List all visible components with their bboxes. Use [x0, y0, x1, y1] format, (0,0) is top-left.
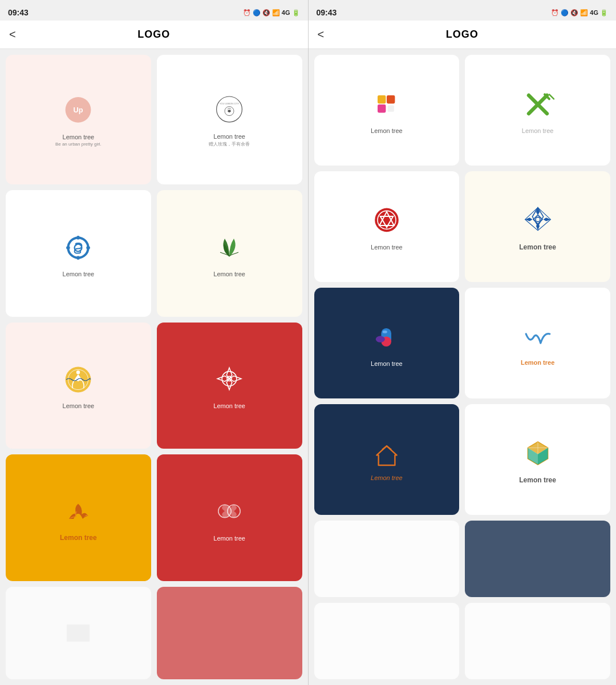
leaf-green-icon	[211, 229, 248, 266]
time-right: 09:43	[317, 8, 337, 17]
partial-icon-1	[67, 624, 90, 642]
check-blue-icon	[520, 320, 556, 357]
alarm-icon-r: ⏰	[551, 9, 559, 17]
card-diamond-red-title: Lemon tree	[213, 402, 245, 409]
svg-text:YOU LEMON CITY: YOU LEMON CITY	[220, 102, 240, 105]
mute-icon: 🔇	[262, 9, 270, 17]
card-up-lemon[interactable]: Up Lemon tree Be an urban pretty girl.	[6, 55, 151, 184]
status-bar-left: 09:43 ⏰ 🔵 🔇 📶 4G 🔋	[0, 0, 308, 21]
capsule-colorful-icon	[368, 319, 405, 356]
nav-bar-right: < LOGO	[309, 21, 617, 49]
svg-point-37	[536, 217, 540, 221]
svg-marker-36	[533, 215, 542, 224]
wifi-icon: 📶	[272, 9, 280, 17]
card-house-navy[interactable]: Lemon tree	[314, 404, 460, 515]
logo-grid-right: Lemon tree Lemon tree Lemon tree	[309, 49, 617, 685]
battery-icon-r: 🔋	[600, 9, 608, 17]
svg-rect-10	[87, 246, 90, 249]
back-button-right[interactable]: <	[318, 28, 325, 41]
card-green-x[interactable]: Lemon tree	[465, 55, 610, 166]
card-gear-lemon[interactable]: Lemon tree	[6, 190, 151, 317]
gem-yellow-icon	[520, 435, 556, 472]
card-rose-title: Lemon tree	[213, 133, 245, 140]
svg-rect-8	[77, 256, 80, 259]
card-bird-title: Lemon tree	[60, 534, 97, 542]
card-capsule-navy[interactable]: Lemon tree	[314, 288, 460, 398]
diamond-compass-blue-icon	[520, 202, 556, 239]
nav-title-left: LOGO	[137, 29, 170, 41]
card-infinity-red[interactable]: Lemon tree	[157, 454, 302, 581]
card-gem-white[interactable]: Lemon tree	[465, 404, 610, 515]
card-house-title: Lemon tree	[371, 474, 403, 481]
gear-blue-icon	[60, 229, 96, 266]
runner-circle-icon	[60, 361, 96, 398]
nav-title-right: LOGO	[446, 29, 479, 41]
up-circle-icon: Up	[60, 92, 96, 129]
card-up-title: Lemon tree	[63, 134, 95, 140]
card-partial-left2[interactable]	[157, 587, 302, 679]
alarm-icon: ⏰	[243, 9, 251, 17]
card-partial-left1[interactable]	[6, 587, 151, 679]
battery-icon: 🔋	[292, 9, 300, 17]
card-diamond-red[interactable]: Lemon tree	[157, 323, 302, 449]
signal-icon: 4G	[282, 9, 290, 16]
card-partial-right3[interactable]	[314, 603, 460, 679]
colorful-c-icon	[368, 86, 405, 123]
svg-rect-9	[67, 246, 70, 249]
card-runner-lemon[interactable]: Lemon tree	[6, 323, 151, 449]
svg-point-5	[68, 237, 88, 257]
card-runner-title: Lemon tree	[63, 402, 95, 409]
diamond-compass-white-icon	[211, 361, 248, 398]
house-orange-icon	[368, 438, 405, 474]
card-partial-right4[interactable]	[465, 603, 610, 679]
rose-circle-icon: YOU LEMON CITY	[211, 92, 248, 128]
svg-point-44	[376, 336, 385, 342]
card-leaf-lemon[interactable]: Lemon tree	[157, 190, 302, 317]
back-button-left[interactable]: <	[9, 28, 16, 41]
card-diamond-compass-title: Lemon tree	[519, 243, 556, 251]
status-icons-right: ⏰ 🔵 🔇 📶 4G 🔋	[551, 9, 608, 17]
card-green-x-title: Lemon tree	[522, 127, 554, 134]
card-infinity-red-title: Lemon tree	[213, 535, 245, 542]
card-rose-lemon[interactable]: YOU LEMON CITY Lemon tree 赠人玫瑰，手有余香	[157, 55, 302, 184]
svg-rect-25	[378, 95, 386, 103]
card-gear-title: Lemon tree	[63, 271, 95, 277]
card-rose-subtitle: 赠人玫瑰，手有余香	[209, 141, 250, 147]
svg-rect-24	[67, 624, 90, 642]
card-capsule-title: Lemon tree	[371, 360, 403, 367]
card-colorful-c[interactable]: Lemon tree	[314, 55, 460, 166]
card-leaf-title: Lemon tree	[213, 271, 245, 277]
signal-icon-r: 4G	[590, 9, 598, 16]
wifi-icon-r: 📶	[580, 9, 588, 17]
card-triangle-title: Lemon tree	[371, 244, 403, 251]
card-partial-right2[interactable]	[465, 521, 610, 597]
card-check-title: Lemon tree	[521, 359, 554, 366]
card-diamond-compass-blue[interactable]: Lemon tree	[465, 171, 610, 282]
card-bird-lemon[interactable]: Lemon tree	[6, 454, 151, 581]
svg-rect-29	[387, 106, 394, 112]
svg-point-2	[217, 96, 242, 122]
card-triangle-circle[interactable]: Lemon tree	[314, 171, 460, 282]
card-check-blue[interactable]: Lemon tree	[465, 288, 610, 398]
green-x-icon	[520, 86, 556, 123]
status-bar-right: 09:43 ⏰ 🔵 🔇 📶 4G 🔋	[309, 0, 617, 21]
left-panel: 09:43 ⏰ 🔵 🔇 📶 4G 🔋 < LOGO Up Lemon tree …	[0, 0, 308, 685]
right-panel: 09:43 ⏰ 🔵 🔇 📶 4G 🔋 < LOGO L	[309, 0, 617, 685]
bt-icon-r: 🔵	[561, 9, 569, 17]
bt-icon: 🔵	[253, 9, 261, 17]
card-up-subtitle: Be an urban pretty girl.	[55, 142, 102, 147]
svg-rect-27	[378, 104, 386, 112]
svg-rect-26	[387, 95, 395, 103]
nav-bar-left: < LOGO	[0, 21, 308, 49]
mute-icon-r: 🔇	[570, 9, 578, 17]
card-partial-right1[interactable]	[314, 521, 460, 597]
infinity-white-icon	[211, 494, 248, 530]
svg-text:Up: Up	[74, 106, 83, 114]
logo-grid-left: Up Lemon tree Be an urban pretty girl. Y…	[0, 49, 308, 685]
card-colorful-c-title: Lemon tree	[371, 127, 403, 134]
card-gem-title: Lemon tree	[519, 476, 556, 484]
time-left: 09:43	[8, 8, 29, 17]
bird-orange-icon	[60, 494, 96, 530]
svg-point-45	[383, 331, 387, 333]
triangle-circle-red-icon	[368, 203, 405, 239]
